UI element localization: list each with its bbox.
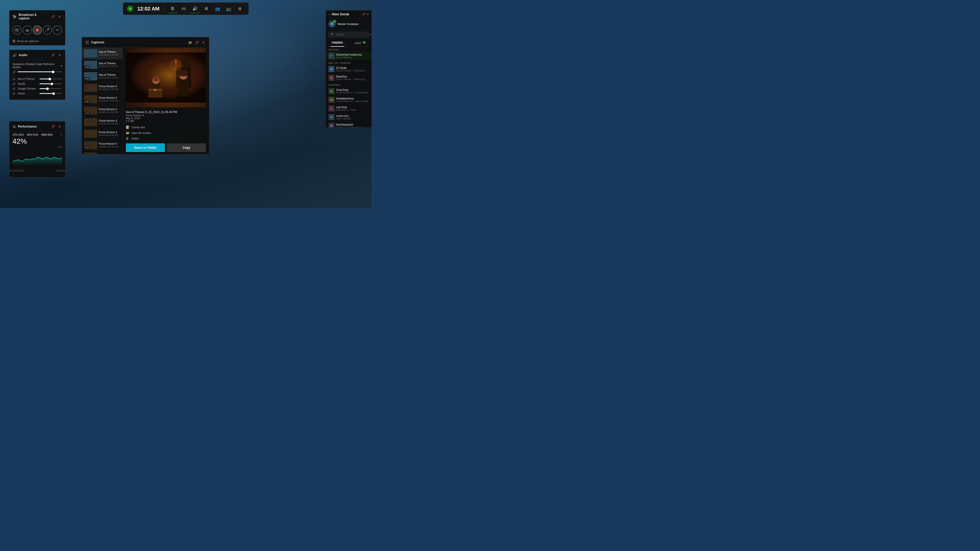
vol-icon: 🔊	[13, 83, 16, 85]
gamebar-friends-icon[interactable]: 👥	[213, 4, 222, 13]
friend-status-indicator	[333, 119, 335, 121]
social-panel-title: Xbox Social	[332, 13, 349, 16]
main-volume-slider[interactable]	[18, 71, 62, 72]
capture-list-item[interactable]: 0:30 Forza Horizon 4 5/14/2019 9:26 PM	[82, 94, 123, 105]
audio-icon: 🔊	[13, 53, 17, 57]
friend-game: Sea of Thieves – Sailing the Seas	[336, 69, 369, 72]
social-user-row: M 8 Master Greataxe	[326, 18, 372, 30]
audio-track-row: 🔊 Steam	[13, 92, 62, 95]
chat-badge: 4	[363, 41, 366, 44]
capture-list-item[interactable]: 1:23 Forza Horizon 4 5/14/2019 9:16 PM	[82, 105, 123, 117]
delete-action[interactable]: 🗑 Delete	[126, 136, 206, 141]
performance-current-value: 42%	[10, 137, 65, 146]
tab-chat[interactable]: CHAT 4	[349, 39, 372, 47]
audio-pin-button[interactable]: 📌	[50, 52, 56, 58]
friend-name: NewSasquatch	[336, 123, 369, 126]
audio-track-row: 🔊 Sea of Thieves	[13, 78, 62, 80]
duration-badge: 0:30	[84, 146, 90, 149]
capture-game-title: Forza Horizon 4	[99, 142, 121, 145]
tab-friends[interactable]: FRIENDS	[326, 39, 349, 47]
user-avatar: M 8	[328, 21, 336, 27]
audio-close-button[interactable]: ✕	[57, 52, 62, 58]
social-pin-button[interactable]: 📌	[362, 13, 366, 16]
capture-game-title: Forza Horizon 4	[99, 97, 121, 99]
performance-pin-button[interactable]: 📌	[50, 124, 56, 129]
gamebar-display-icon[interactable]: 🖥	[202, 4, 211, 13]
captures-panel-title: Captures	[91, 41, 186, 44]
capture-list-item[interactable]: Forza Horizon 4 5/14/2019 9:35 PM	[82, 82, 123, 94]
capture-list-item[interactable]: 0:30 Forza Horizon 4 5/14/2019 8:26 PM	[82, 140, 123, 151]
friend-item[interactable]: E ElderRed Sea of Thieves – Sailing the …	[326, 73, 372, 82]
record-button[interactable]	[33, 25, 42, 35]
open-file-action[interactable]: 📂 Open file location	[126, 130, 206, 135]
captures-close-button[interactable]: ✕	[201, 40, 206, 45]
replay-button[interactable]: ⏮	[23, 25, 32, 35]
friend-status-indicator	[333, 79, 335, 81]
friend-item[interactable]: U Lucha Uno Apex Legends	[326, 113, 372, 121]
capture-list-item[interactable]: Forza Horizon 4 5/14/2019 9:05 PM	[82, 117, 123, 128]
friend-name: Lucha Uno	[336, 114, 369, 118]
captures-pin-button[interactable]: 📌	[194, 40, 199, 45]
track-volume-slider[interactable]	[40, 93, 62, 94]
capture-date-label: 5/14/2019 8:35 PM	[99, 134, 121, 137]
friend-game: Forza Horizon 4 – Fujimo Kaido	[336, 100, 369, 103]
track-volume-slider[interactable]	[40, 88, 62, 89]
mic-mute-button[interactable]: 🎤	[43, 25, 52, 35]
social-close-button[interactable]: ✕	[366, 13, 369, 16]
friend-info: DJ Strafe Sea of Thieves – Sailing the S…	[336, 67, 369, 72]
capture-list-item[interactable]: 0:46 Sea of Thieves 5/15/2019 1:23 PM	[82, 71, 123, 82]
audio-expand-icon[interactable]: ▾	[61, 64, 62, 67]
friend-info: DoctorHoot invited you Sea of Thieves	[336, 53, 369, 59]
duration-badge: 0:46	[84, 77, 90, 80]
search-input[interactable]	[336, 33, 368, 36]
capture-game-title: Sea of Thieves	[99, 73, 121, 76]
folder-icon: 📂	[126, 131, 130, 135]
copy-button[interactable]: Copy	[167, 143, 206, 152]
trim-button[interactable]: ✂	[53, 25, 62, 35]
compose-icon[interactable]: ✏	[369, 33, 372, 36]
friend-item[interactable]: H HandlebarHans Forza Horizon 4 – Fujimo…	[326, 95, 372, 104]
friend-name: DJ Strafe	[336, 67, 369, 69]
perf-expand-icon[interactable]: ▾	[61, 133, 62, 136]
capture-list-item[interactable]: 2:35 Sea of Thieves 5/15/2019 2:14 PM	[82, 59, 123, 71]
capture-list-item[interactable]: Sea of Thieves 5/15/2019 2:35 PM	[82, 48, 123, 59]
friend-item[interactable]: N NewSasquatch Destiny 2 – In the menus	[326, 121, 372, 127]
social-section-label: SEA OF THIEVES	[326, 60, 372, 65]
capture-thumbnail: 0:46	[84, 72, 97, 80]
track-volume-slider[interactable]	[40, 79, 62, 79]
broadcast-close-button[interactable]: ✕	[57, 14, 62, 19]
overlay-text-action[interactable]: 📝 Overlay text	[126, 125, 206, 130]
friend-item[interactable]: G Grog Grog Forza Horizon 4 – In the men…	[326, 87, 372, 95]
friend-status-indicator	[333, 110, 335, 112]
performance-title: Performance	[18, 125, 48, 128]
gamebar-stream-icon[interactable]: 📺	[224, 4, 233, 13]
gamebar-settings-icon[interactable]: ⚙	[235, 4, 245, 13]
invite-item[interactable]: 🏴 DoctorHoot invited you Sea of Thieves	[326, 52, 372, 60]
friend-name: Grog Grog	[336, 89, 369, 91]
capture-date-label: 5/14/2019 9:26 PM	[99, 100, 121, 102]
capture-list-item[interactable]: Forza Horizon 4 5/14/2019 8:35 PM	[82, 128, 123, 140]
friend-game: Sea of Thieves – Sailing the Seas	[336, 78, 369, 81]
capture-thumbnail	[84, 84, 97, 92]
friend-item[interactable]: L Last Roar Battlefield V – Rush	[326, 104, 372, 113]
gamebar-controller-icon[interactable]: 🎮	[179, 4, 188, 13]
social-search-bar[interactable]: 🔍 ✏	[328, 32, 369, 38]
duration-badge: 0:30	[84, 100, 90, 103]
graph-min-label: 0	[10, 173, 65, 177]
friend-item[interactable]: D DJ Strafe Sea of Thieves – Sailing the…	[326, 65, 372, 73]
friend-info: NewSasquatch Destiny 2 – In the menus	[336, 123, 369, 127]
performance-close-button[interactable]: ✕	[57, 124, 62, 129]
captures-folder-btn[interactable]: 📁	[188, 40, 192, 45]
show-captures-link[interactable]: 🖼 Show all captures	[10, 37, 65, 45]
track-volume-slider[interactable]	[40, 83, 62, 84]
gamebar-menu-icon[interactable]: ☰	[168, 4, 177, 13]
performance-stats: CPU 42% GPU 51% RAM 65% ▾	[10, 132, 65, 137]
share-twitter-button[interactable]: Share to Twitter	[126, 143, 165, 152]
capture-date-label: 5/15/2019 2:35 PM	[99, 54, 121, 56]
broadcast-pin-button[interactable]: 📌	[50, 14, 56, 19]
capture-list-item[interactable]: Forza Horizon 4 5/14/2019 7:49 PM	[82, 151, 123, 154]
gamebar-audio-icon[interactable]: 🔊	[190, 4, 200, 13]
audio-speaker-label: Speakers (Realtek High Definition Audio)	[13, 62, 61, 68]
screenshot-button[interactable]: 📷	[13, 25, 22, 35]
graph-max-label: 100	[10, 146, 65, 148]
